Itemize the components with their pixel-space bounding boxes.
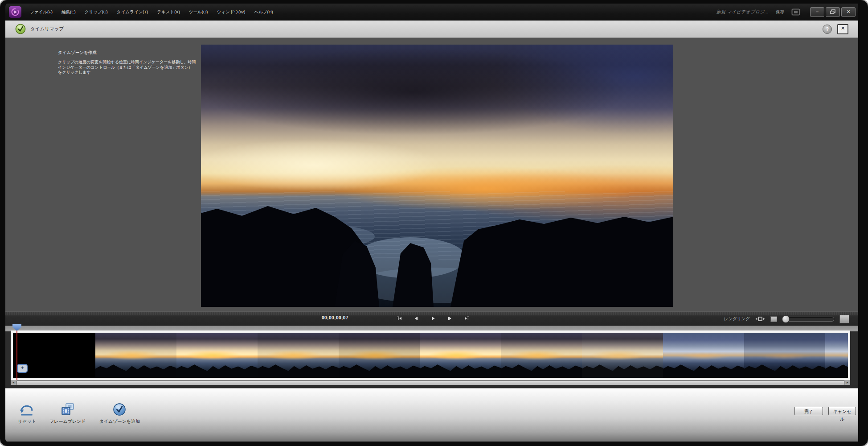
reset-label: リセット [18, 418, 36, 425]
render-zoom-cluster: レンダリング [724, 314, 849, 324]
reset-undo-icon [19, 404, 35, 416]
add-time-zone-label: タイムゾーンを追加 [99, 418, 140, 425]
time-remap-icon [15, 24, 26, 34]
video-preview [201, 45, 673, 307]
instructions-heading: タイムゾーンを作成 [58, 50, 196, 56]
instructions-block: タイムゾーンを作成 クリップの速度の変更を開始する位置に時間インジケーターを移動… [58, 50, 196, 75]
application-window: ファイル(F)編集(E)クリップ(C)タイムライン(T)テキスト(X)ツール(O… [0, 0, 868, 446]
scroll-right-icon[interactable]: ▸ [845, 380, 850, 385]
minimize-icon[interactable]: – [810, 7, 824, 17]
close-icon[interactable]: ✕ [841, 7, 856, 17]
timeline-clip-thumbnail[interactable] [339, 333, 420, 378]
previous-time-zone-button[interactable] [394, 314, 405, 322]
timeline-section: ◂ ▸ [5, 325, 858, 388]
save-button[interactable]: 保存 [776, 9, 784, 15]
timecode-display[interactable]: 00;00;00;07 [322, 315, 348, 320]
timeline-clip-thumbnail[interactable] [663, 333, 744, 378]
step-forward-icon [447, 315, 453, 322]
timeline-track [11, 330, 850, 380]
menu-item[interactable]: ツール(O) [188, 8, 209, 17]
title-bar: ファイル(F)編集(E)クリップ(C)タイムライン(T)テキスト(X)ツール(O… [5, 4, 858, 21]
timeline-clip-thumbnail[interactable] [501, 333, 582, 378]
add-time-zone-button[interactable]: タイムゾーンを追加 [99, 403, 140, 425]
toolbar-items: リセット フレームブレンド [18, 403, 140, 425]
timeline-clip-thumbnail[interactable] [95, 333, 176, 378]
cancel-button[interactable]: キャンセル [828, 407, 856, 415]
video-rocks-silhouette [201, 45, 673, 307]
zoom-fit-icon[interactable] [755, 316, 765, 322]
panel-title: タイムリマップ [30, 26, 64, 32]
previous-time-zone-icon [397, 315, 402, 322]
timeline-bottom-divider [5, 385, 858, 388]
menu-bar: ファイル(F)編集(E)クリップ(C)タイムライン(T)テキスト(X)ツール(O… [29, 8, 274, 17]
film-frames-icon [61, 403, 74, 416]
project-title: 新規 マイビデオプロジ... [717, 9, 769, 15]
transport-bar: 00;00;00;07 [5, 311, 858, 326]
step-back-icon [414, 315, 419, 322]
frame-blend-button[interactable]: フレームブレンド [49, 403, 86, 425]
step-forward-button[interactable] [445, 314, 455, 322]
zoom-out-icon[interactable] [770, 316, 777, 322]
menu-item[interactable]: 編集(E) [60, 8, 77, 17]
panel-header: タイムリマップ ? ✕ [5, 21, 858, 38]
frame-blend-label: フレームブレンド [49, 418, 86, 425]
panel-header-right: ? ✕ [823, 24, 848, 34]
timeline-clip-thumbnail[interactable] [825, 333, 848, 378]
menu-item[interactable]: ウィンドウ(W) [216, 8, 247, 17]
next-time-zone-icon [464, 315, 470, 322]
add-time-zone-icon [113, 403, 126, 416]
zoom-in-icon[interactable] [839, 315, 849, 323]
instructions-body: クリップの速度の変更を開始する位置に時間インジケーターを移動し、時間インジケータ… [58, 60, 196, 75]
timeline-clips [13, 333, 848, 378]
transport-buttons [394, 314, 472, 322]
timeline-clip-thumbnail[interactable] [582, 333, 663, 378]
plus-marker-icon[interactable]: + [17, 364, 28, 373]
done-button[interactable]: 完了 [794, 407, 823, 415]
timeline-scrollbar[interactable]: ◂ ▸ [11, 380, 850, 385]
timeline-zoom-slider[interactable] [782, 317, 834, 322]
window-controls: – ✕ [810, 7, 856, 17]
app-logo-icon [9, 6, 21, 18]
menu-item[interactable]: タイムライン(T) [115, 8, 149, 17]
render-label: レンダリング [724, 316, 750, 322]
next-time-zone-button[interactable] [462, 314, 472, 322]
play-button[interactable] [428, 314, 438, 322]
reset-button[interactable]: リセット [18, 404, 36, 425]
titlebar-right-cluster: 新規 マイビデオプロジ... 保存 – ✕ [717, 4, 857, 21]
menu-item[interactable]: ヘルプ(H) [253, 8, 274, 17]
close-icon[interactable]: ✕ [837, 24, 848, 34]
monitor-icon[interactable] [791, 8, 800, 16]
play-icon [430, 315, 436, 322]
bottom-toolbar: リセット フレームブレンド [5, 388, 858, 443]
restore-icon[interactable] [826, 7, 840, 17]
zoom-slider-knob[interactable] [782, 315, 790, 323]
help-icon[interactable]: ? [823, 25, 832, 34]
step-back-button[interactable] [411, 314, 422, 322]
timeline-clip-thumbnail[interactable] [258, 333, 339, 378]
timeline-clip-thumbnail[interactable] [420, 333, 501, 378]
timeline-clip-thumbnail[interactable] [176, 333, 258, 378]
menu-item[interactable]: クリップ(C) [83, 8, 109, 17]
scroll-left-icon[interactable]: ◂ [11, 380, 16, 385]
menu-item[interactable]: テキスト(X) [156, 8, 181, 17]
menu-item[interactable]: ファイル(F) [29, 8, 54, 17]
timeline-clip-thumbnail[interactable] [744, 333, 825, 378]
